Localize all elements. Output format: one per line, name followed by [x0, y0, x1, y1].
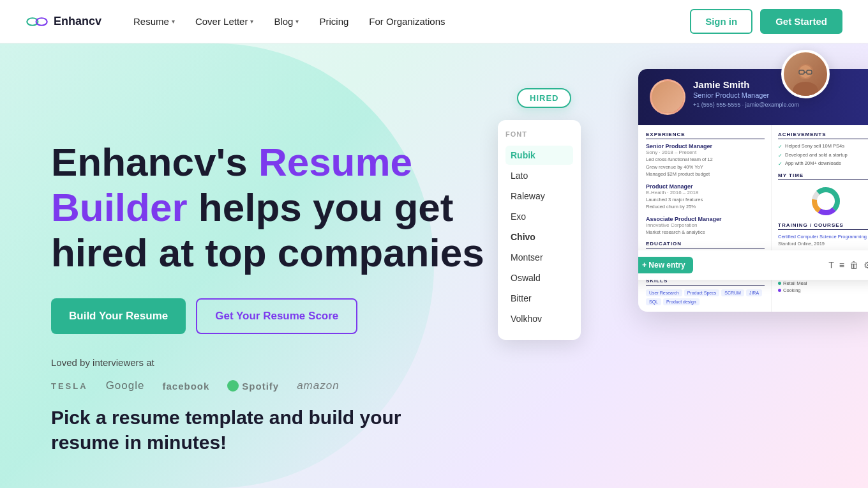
- font-item-chivo[interactable]: Chivo: [505, 227, 573, 247]
- hero-visual: HIRED FONT Rubik Lato Raleway Exo: [498, 56, 868, 478]
- chevron-down-icon: ▾: [250, 18, 253, 25]
- get-score-button[interactable]: Get Your Resume Score: [196, 298, 357, 334]
- resume-avatar: [650, 79, 685, 115]
- nav-left: Enhancv Resume ▾ Cover Letter ▾ Blog ▾ P…: [26, 11, 454, 32]
- hero-section: Enhancv's Resume Builder helps you gethi…: [0, 43, 868, 488]
- hero-title: Enhancv's Resume Builder helps you gethi…: [51, 139, 484, 276]
- passion-2: Cooking: [778, 287, 868, 293]
- passion-dot-2: [778, 289, 781, 292]
- check-icon-2: ✓: [778, 153, 782, 158]
- hired-badge: HIRED: [517, 88, 571, 108]
- passion-dot-1: [778, 282, 781, 285]
- hero-buttons: Build Your Resume Get Your Resume Score: [51, 298, 484, 334]
- delete-icon[interactable]: 🗑: [849, 260, 858, 270]
- nav-right: Sign in Get Started: [690, 9, 842, 34]
- resume-body: EXPERIENCE Senior Product Manager Sony ·…: [638, 125, 868, 312]
- resume-job-title: Senior Product Manager: [693, 91, 799, 99]
- check-icon-1: ✓: [778, 144, 782, 149]
- achievement-2: ✓ Developed and sold a startup: [778, 152, 868, 159]
- company-logos: TESLA Google facebook Spotify amazon: [51, 379, 484, 392]
- logo-icon: [26, 15, 49, 28]
- loved-text: Loved by interviewers at: [51, 357, 484, 368]
- new-entry-bar: + New entry T ≡ 🗑 ⚙: [638, 250, 868, 280]
- resume-header: Jamie Smith Senior Product Manager +1 (5…: [638, 69, 868, 125]
- skill-tag: JIRA: [746, 289, 762, 296]
- nav-link-coverletter[interactable]: Cover Letter ▾: [186, 11, 263, 32]
- logo[interactable]: Enhancv: [26, 15, 101, 28]
- nav-links: Resume ▾ Cover Letter ▾ Blog ▾ Pricing F…: [124, 11, 454, 32]
- nav-link-organizations[interactable]: For Organizations: [360, 11, 454, 32]
- amazon-logo: amazon: [297, 379, 339, 392]
- chevron-down-icon: ▾: [172, 18, 175, 25]
- font-panel-title: FONT: [505, 130, 573, 138]
- achievements-section-title: ACHIEVEMENTS: [778, 132, 868, 139]
- nav-link-pricing[interactable]: Pricing: [310, 11, 357, 32]
- skill-tag: SCRUM: [721, 289, 744, 296]
- font-item-volkhov[interactable]: Volkhov: [505, 309, 573, 328]
- font-panel: FONT Rubik Lato Raleway Exo Chivo Montse…: [498, 120, 581, 340]
- build-resume-button[interactable]: Build Your Resume: [51, 298, 186, 334]
- avatar-inner: [784, 52, 827, 96]
- svg-point-3: [793, 82, 818, 96]
- education-section-title: EDUCATION: [646, 241, 765, 248]
- font-item-montserrat[interactable]: Montser: [505, 248, 573, 267]
- skill-tag: Product design: [663, 298, 700, 305]
- font-item-oswald[interactable]: Oswald: [505, 268, 573, 287]
- list-icon[interactable]: ≡: [839, 260, 844, 270]
- font-item-rubik[interactable]: Rubik: [505, 146, 573, 165]
- spotify-icon: [227, 380, 239, 392]
- navbar: Enhancv Resume ▾ Cover Letter ▾ Blog ▾ P…: [0, 0, 868, 43]
- new-entry-button[interactable]: + New entry: [638, 257, 693, 273]
- avatar-svg: [786, 57, 825, 96]
- skills-section: SKILLS User Research Product Specs SCRUM…: [646, 278, 765, 305]
- nav-link-resume[interactable]: Resume ▾: [124, 11, 184, 32]
- hero-bottom-text: Pick a resume template and build your re…: [51, 405, 401, 455]
- achievement-3: ✓ App with 20M+ downloads: [778, 160, 868, 167]
- training-section-title: TRAINING / COURSES: [778, 222, 868, 230]
- text-format-icon[interactable]: T: [828, 260, 834, 270]
- resume-contact: +1 (555) 555-5555 · jamie@example.com: [693, 102, 799, 108]
- my-time-section: MY TIME: [778, 172, 868, 217]
- floating-avatar: [781, 50, 830, 98]
- font-item-lato[interactable]: Lato: [505, 166, 573, 185]
- donut-chart: [810, 185, 842, 217]
- donut-svg: [810, 185, 842, 217]
- logo-text: Enhancv: [54, 15, 101, 28]
- achievement-1: ✓ Helped Sony sell 10M PS4s: [778, 143, 868, 150]
- new-entry-icons: T ≡ 🗑 ⚙: [828, 260, 868, 270]
- resume-card: Jamie Smith Senior Product Manager +1 (5…: [638, 69, 868, 312]
- experience-section-title: EXPERIENCE: [646, 132, 765, 139]
- getstarted-button[interactable]: Get Started: [760, 9, 842, 34]
- resume-left-col: EXPERIENCE Senior Product Manager Sony ·…: [638, 125, 772, 312]
- font-item-raleway[interactable]: Raleway: [505, 187, 573, 206]
- skills-list: User Research Product Specs SCRUM JIRA S…: [646, 289, 765, 305]
- font-item-bitter[interactable]: Bitter: [505, 289, 573, 308]
- spotify-logo: Spotify: [227, 380, 279, 392]
- tesla-logo: TESLA: [51, 381, 88, 391]
- skill-tag: User Research: [646, 289, 682, 296]
- job-entry-1: Senior Product Manager Sony · 2018 – Pre…: [646, 143, 765, 178]
- skill-tag: Product Specs: [684, 289, 720, 296]
- hero-content: Enhancv's Resume Builder helps you gethi…: [51, 139, 484, 393]
- settings-icon[interactable]: ⚙: [864, 260, 868, 270]
- nav-link-blog[interactable]: Blog ▾: [265, 11, 308, 32]
- skill-tag: SQL: [646, 298, 661, 305]
- svg-point-4: [799, 65, 812, 78]
- resume-avatar-inner: [652, 81, 684, 113]
- resume-right-col: ACHIEVEMENTS ✓ Helped Sony sell 10M PS4s…: [772, 125, 868, 312]
- check-icon-3: ✓: [778, 161, 782, 167]
- facebook-logo: facebook: [162, 381, 209, 392]
- signin-button[interactable]: Sign in: [690, 9, 752, 34]
- google-logo: Google: [106, 379, 145, 392]
- chevron-down-icon: ▾: [296, 18, 299, 25]
- job-entry-2: Product Manager E-Health · 2016 – 2018 L…: [646, 183, 765, 211]
- passion-1: Retail Meal: [778, 280, 868, 286]
- font-item-exo[interactable]: Exo: [505, 207, 573, 226]
- my-time-section-title: MY TIME: [778, 172, 868, 180]
- job-entry-3: Associate Product Manager Innovative Cor…: [646, 216, 765, 236]
